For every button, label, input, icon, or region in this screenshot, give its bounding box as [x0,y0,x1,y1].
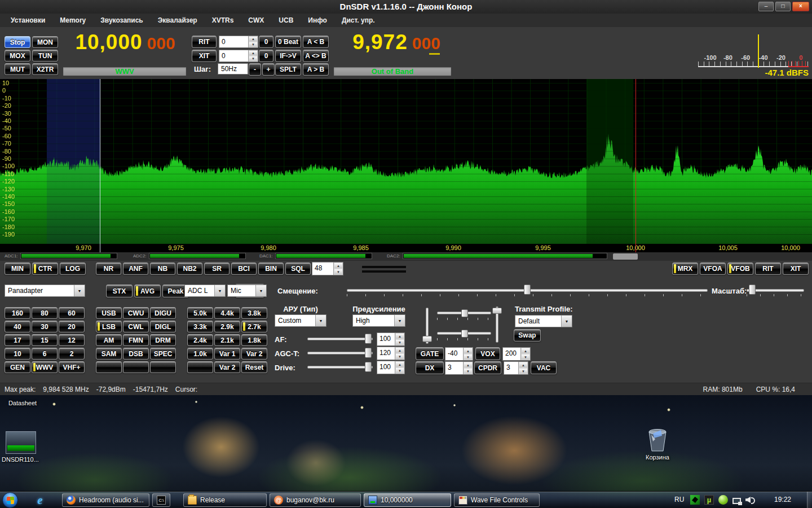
gain-spinner-agc-t[interactable]: 120▲▼ [377,347,405,360]
volume-icon[interactable] [745,495,755,505]
taskbar-button-wave-file-controls[interactable]: Wave File Controls [454,493,540,507]
spinner-up-button[interactable]: ▲ [464,348,473,354]
dsp-button-nb[interactable]: NB [150,262,175,275]
menu-item-инфо[interactable]: Инфо [301,16,334,24]
step-input[interactable]: 50Hz [218,63,248,75]
band-button-2[interactable]: 2 [59,348,85,360]
vfo-a-display[interactable]: 10,000 000 [63,30,187,61]
mode-button-blank[interactable] [150,361,176,373]
desktop-icon-dnsdr-file[interactable]: DNSDR110... [0,456,41,463]
step-minus-button[interactable]: - [249,63,261,76]
zero-beat-button[interactable]: 0 Beat [275,36,301,48]
taskbar-button-buganov-bk-ru[interactable]: buganov@bk.ru [270,493,361,507]
display-button-log[interactable]: LOG [60,262,86,275]
band-button-6[interactable]: 6 [32,348,58,360]
mode-button-digu[interactable]: DIGU [150,307,176,319]
band-button-60[interactable]: 60 [59,307,85,319]
recycle-bin-icon[interactable] [646,424,669,453]
slider-thumb[interactable] [461,330,468,338]
filter-button-3-3k[interactable]: 3.3k [187,321,213,332]
transport-button-mut[interactable]: MUT [5,63,30,75]
cpdr-button[interactable]: CPDR [474,361,501,374]
mode-button-sam[interactable]: SAM [96,348,122,360]
dx-spinner[interactable]: 3▲▼ [445,361,473,375]
filter-button-blank[interactable] [187,361,213,373]
a-less-b-button[interactable]: A < B [303,36,329,48]
spinner-down-button[interactable]: ▼ [395,339,404,345]
xit-offset-spinner[interactable]: 0▲▼ [219,50,258,62]
taskbar-button-headroom-audio-si[interactable]: Headroom (audio si... [62,493,149,507]
mode-button-cwu[interactable]: CWU [123,307,149,319]
gain-slider-drive[interactable] [307,361,373,373]
rx-button-rit[interactable]: RIT [755,262,781,275]
band-button-vhf[interactable]: VHF+ [59,361,85,373]
spinner-up-button[interactable]: ▲ [521,348,530,354]
taskbar-button-release[interactable]: Release [183,493,267,507]
spinner-up-button[interactable]: ▲ [249,50,258,56]
if-to-vfo-button[interactable]: IF->V [275,50,301,62]
step-plus-button[interactable]: + [262,63,275,76]
mixer-vslider-left[interactable] [423,308,431,344]
network-icon[interactable] [732,498,741,504]
language-indicator[interactable]: RU [674,496,684,503]
mode-button-usb[interactable]: USB [96,307,122,319]
spinner-up-button[interactable]: ▲ [519,362,528,368]
spectrum-display[interactable]: 100-10-20-30-40-50-60-70-80-90-100-110-1… [0,79,812,244]
preamp-select[interactable]: High▼ [352,314,405,327]
agc-type-select[interactable]: Custom▼ [275,314,326,327]
rit-offset-spinner[interactable]: 0▲▼ [219,36,258,48]
slider-thumb[interactable] [365,348,372,358]
dsp-button-sql[interactable]: SQL [285,262,311,275]
utorrent-icon[interactable] [704,495,714,505]
rit-zero-button[interactable]: 0 [259,36,273,48]
swap-button[interactable]: Swap [514,329,541,341]
mode-button-am[interactable]: AM [96,334,122,346]
spinner-down-button[interactable]: ▼ [519,368,528,374]
spinner-up-button[interactable]: ▲ [395,333,404,339]
mode-button-fmn[interactable]: FMN [123,334,149,346]
show-desktop-button[interactable] [807,492,812,508]
agent-icon[interactable] [718,495,728,505]
band-button-17[interactable]: 17 [5,334,30,346]
band-button-40[interactable]: 40 [5,321,30,332]
mode-button-drm[interactable]: DRM [150,334,176,346]
rx-button-xit[interactable]: XIT [783,262,809,275]
mode-button-spec[interactable]: SPEC [150,348,176,360]
spinner-down-button[interactable]: ▼ [249,42,258,47]
radio-app-icon[interactable] [690,495,700,505]
spinner-down-button[interactable]: ▼ [395,367,404,374]
xit-button[interactable]: XIT [192,50,217,62]
menu-item-установки[interactable]: Установки [3,16,52,24]
menu-item-звукозапись[interactable]: Звукозапись [93,16,150,24]
filter-button-2-4k[interactable]: 2.4k [187,334,213,346]
close-button[interactable]: × [792,2,809,11]
band-button-160[interactable]: 160 [5,307,30,319]
slider-thumb[interactable] [461,309,468,317]
gain-slider-af[interactable] [307,333,373,344]
transport-button-mon[interactable]: MON [32,36,58,48]
display-button-ctr[interactable]: CTR [32,262,58,275]
offset-slider[interactable] [347,284,708,296]
avg-button[interactable]: AVG [134,284,161,297]
filter-button-var-2[interactable]: Var 2 [241,348,267,360]
vac-button[interactable]: VAC [531,361,557,374]
mode-button-cwl[interactable]: CWL [123,321,149,332]
spinner-down-button[interactable]: ▼ [395,353,404,360]
dsp-button-nb2[interactable]: NB2 [177,262,202,275]
band-button-10[interactable]: 10 [5,348,30,360]
mode-button-blank[interactable] [123,361,149,373]
menu-item-дист-упр[interactable]: Дист. упр. [334,16,382,24]
transport-button-tun[interactable]: TUN [32,50,58,62]
filter-button-2-9k[interactable]: 2.9k [214,321,240,332]
band-button-wwv[interactable]: WWV [32,361,58,373]
split-button[interactable]: SPLT [275,63,301,76]
filter-button-var-2[interactable]: Var 2 [214,361,240,373]
mic-input-select[interactable]: Mic▼ [227,284,267,297]
spectrum-canvas[interactable] [0,79,812,244]
mixer-vslider-right[interactable] [493,306,501,343]
filter-button-4-4k[interactable]: 4.4k [214,307,240,319]
gain-slider-agc-t[interactable] [307,347,373,358]
filter-button-reset[interactable]: Reset [241,361,267,373]
menu-item-ucb[interactable]: UCB [271,16,301,24]
spinner-up-button[interactable]: ▲ [249,36,258,42]
